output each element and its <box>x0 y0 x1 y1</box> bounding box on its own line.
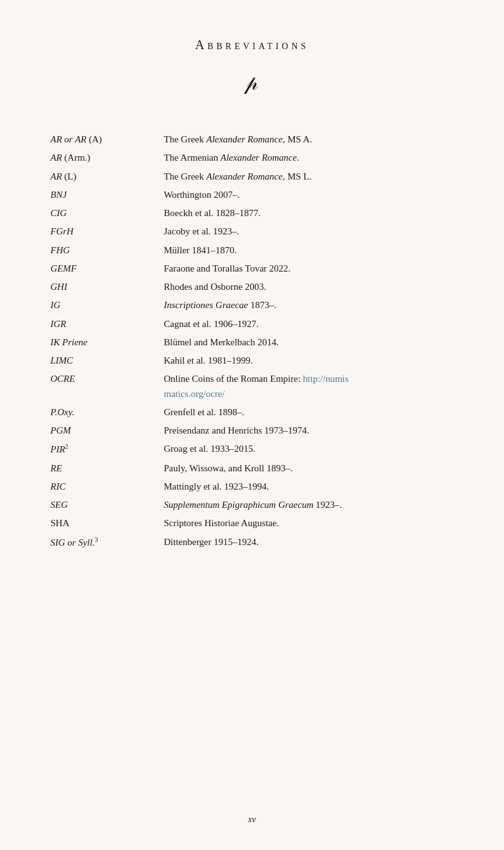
list-item: AR (Arm.)The Armenian Alexander Romance. <box>50 151 454 165</box>
abbr-definition: Kahil et al. 1981–1999. <box>164 353 454 368</box>
abbr-definition: Rhodes and Osborne 2003. <box>164 280 454 294</box>
list-item: FHGMüller 1841–1870. <box>50 243 454 258</box>
list-item: CIGBoeckh et al. 1828–1877. <box>50 206 454 221</box>
abbr-definition: Pauly, Wissowa, and Kroll 1893–. <box>164 461 454 476</box>
abbr-term: IGR <box>50 317 164 331</box>
abbr-definition: Faraone and Torallas Tovar 2022. <box>164 261 454 276</box>
abbr-term: PIR2 <box>50 442 164 457</box>
list-item: GEMFFaraone and Torallas Tovar 2022. <box>50 261 454 276</box>
ornament-decoration: 𝓅 <box>50 71 454 95</box>
abbr-term: RE <box>50 461 164 476</box>
abbreviations-table: AR or AR (A)The Greek Alexander Romance,… <box>50 132 454 550</box>
abbr-term: OCRE <box>50 372 164 386</box>
abbr-definition: The Greek Alexander Romance, MS A. <box>164 132 454 147</box>
page-number: xv <box>0 815 504 825</box>
abbr-definition: The Armenian Alexander Romance. <box>164 151 454 165</box>
abbr-definition: Mattingly et al. 1923–1994. <box>164 480 454 494</box>
page-title: Abbreviations <box>50 38 454 52</box>
list-item: RICMattingly et al. 1923–1994. <box>50 480 454 494</box>
abbr-term: GHI <box>50 280 164 294</box>
abbr-definition: Cagnat et al. 1906–1927. <box>164 317 454 331</box>
list-item: IGRCagnat et al. 1906–1927. <box>50 317 454 331</box>
list-item: SIG or Syll.3Dittenberger 1915–1924. <box>50 535 454 550</box>
abbr-term: FHG <box>50 243 164 258</box>
list-item: BNJWorthington 2007–. <box>50 188 454 202</box>
abbr-term: BNJ <box>50 188 164 202</box>
abbr-definition: The Greek Alexander Romance, MS L. <box>164 169 454 184</box>
abbr-definition: Blümel and Merkelbach 2014. <box>164 335 454 350</box>
list-item: AR (L)The Greek Alexander Romance, MS L. <box>50 169 454 184</box>
abbr-term: FGrH <box>50 224 164 239</box>
abbr-term: AR (L) <box>50 169 164 184</box>
list-item: PIR2Groag et al. 1933–2015. <box>50 442 454 457</box>
list-item: PGMPreisendanz and Henrichs 1973–1974. <box>50 423 454 438</box>
abbr-definition: Online Coins of the Roman Empire: http:/… <box>164 372 454 401</box>
list-item: FGrHJacoby et al. 1923–. <box>50 224 454 239</box>
page: Abbreviations 𝓅 AR or AR (A)The Greek Al… <box>0 0 504 850</box>
list-item: LIMCKahil et al. 1981–1999. <box>50 353 454 368</box>
abbr-definition: Grenfell et al. 1898–. <box>164 405 454 420</box>
abbr-term: RIC <box>50 480 164 494</box>
abbr-definition: Scriptores Historiae Augustae. <box>164 516 454 531</box>
abbr-definition: Inscriptiones Graecae 1873–. <box>164 298 454 313</box>
list-item: GHIRhodes and Osborne 2003. <box>50 280 454 294</box>
abbr-term: IK Priene <box>50 335 164 350</box>
abbr-term: SEG <box>50 498 164 512</box>
abbr-definition: Boeckh et al. 1828–1877. <box>164 206 454 221</box>
abbr-definition: Müller 1841–1870. <box>164 243 454 258</box>
abbr-definition: Groag et al. 1933–2015. <box>164 442 454 456</box>
abbr-term: AR or AR (A) <box>50 132 164 147</box>
abbr-term: LIMC <box>50 353 164 368</box>
abbr-term: AR (Arm.) <box>50 151 164 165</box>
abbr-term: PGM <box>50 423 164 438</box>
abbr-definition: Dittenberger 1915–1924. <box>164 535 454 549</box>
list-item: OCREOnline Coins of the Roman Empire: ht… <box>50 372 454 401</box>
abbr-term: GEMF <box>50 261 164 276</box>
abbr-term: SHA <box>50 516 164 531</box>
abbr-term: CIG <box>50 206 164 221</box>
list-item: IK PrieneBlümel and Merkelbach 2014. <box>50 335 454 350</box>
abbr-term: IG <box>50 298 164 313</box>
abbr-definition: Preisendanz and Henrichs 1973–1974. <box>164 423 454 438</box>
list-item: P.Oxy.Grenfell et al. 1898–. <box>50 405 454 420</box>
list-item: REPauly, Wissowa, and Kroll 1893–. <box>50 461 454 476</box>
list-item: SEGSupplementum Epigraphicum Graecum 192… <box>50 498 454 512</box>
list-item: SHAScriptores Historiae Augustae. <box>50 516 454 531</box>
abbr-definition: Jacoby et al. 1923–. <box>164 224 454 239</box>
abbr-definition: Supplementum Epigraphicum Graecum 1923–. <box>164 498 454 512</box>
list-item: AR or AR (A)The Greek Alexander Romance,… <box>50 132 454 147</box>
abbr-definition: Worthington 2007–. <box>164 188 454 202</box>
abbr-term: SIG or Syll.3 <box>50 535 164 550</box>
abbr-term: P.Oxy. <box>50 405 164 420</box>
list-item: IGInscriptiones Graecae 1873–. <box>50 298 454 313</box>
